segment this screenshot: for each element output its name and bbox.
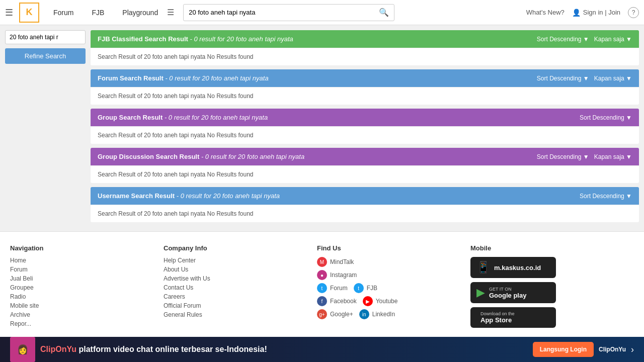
youtube-icon: ▶ [363,296,373,306]
whats-new-link[interactable]: What's New? [526,9,565,16]
footer-official-forum[interactable]: Official Forum [164,302,307,309]
refine-search-button[interactable]: Refine Search [5,48,86,64]
search-button[interactable]: 🔍 [374,8,394,17]
search-input[interactable] [184,9,374,16]
footer-nav-radio[interactable]: Radio [10,293,153,300]
group-discussion-result-controls: Sort Descending ▼ Kapan saja ▼ [537,153,632,160]
gplus-icon: g+ [317,309,327,319]
logo[interactable]: K [19,3,39,23]
footer-find-us-title: Find Us [317,244,460,252]
store-app-store[interactable]: Download on the App Store [470,307,556,328]
header: ☰ K Forum FJB Playground ☰ 🔍 What's New?… [0,0,644,25]
footer-mobile-title: Mobile [470,244,614,252]
group-result-title: Group Search Result - 0 result for 20 fo… [98,114,268,121]
fjb-result-title: FJB Classified Search Result - 0 result … [98,35,293,43]
footer-nav-archive[interactable]: Archive [10,311,153,318]
nav-menu-icon[interactable]: ☰ [167,8,174,17]
footer-company-title: Company Info [164,244,307,252]
footer-contact-us[interactable]: Contact Us [164,284,307,291]
footer-navigation: Navigation Home Forum Jual Beli Groupee … [10,244,153,332]
fjb-result-section: FJB Classified Search Result - 0 result … [91,30,639,65]
forum-result-title: Forum Search Result - 0 result for 20 fo… [98,74,269,82]
username-result-section: Username Search Result - 0 result for 20… [91,187,639,222]
social-forum-twitter[interactable]: t Forum t FJB [317,283,460,293]
footer-navigation-title: Navigation [10,244,153,252]
fjb-result-count: - 0 result for 20 foto aneh tapi nyata [190,35,293,43]
header-right: What's New? 👤 Sign in | Join ? [526,7,639,18]
sidebar: Refine Search [5,30,86,226]
username-result-controls: Sort Descending ▼ [580,193,632,200]
footer-nav-report[interactable]: Repor... [10,320,153,327]
google-play-icon: ▶ [476,286,485,299]
instagram-icon: ● [317,270,327,280]
footer-general-rules[interactable]: General Rules [164,311,307,318]
sign-in-link[interactable]: 👤 Sign in | Join [572,9,620,17]
facebook-icon: f [317,296,327,306]
social-gplus[interactable]: g+ Google+ in LinkedIn [317,309,460,319]
social-instagram[interactable]: ● Instagram [317,270,460,280]
group-discussion-result-body: Search Result of 20 foto aneh tapi nyata… [91,165,639,183]
fjb-sort-dropdown[interactable]: Sort Descending ▼ [537,36,589,43]
user-icon: 👤 [572,9,581,17]
footer-about-us[interactable]: About Us [164,266,307,273]
group-discussion-result-section: Group Discussion Search Result - 0 resul… [91,148,639,183]
footer-company: Company Info Help Center About Us Advert… [164,244,307,332]
footer: Navigation Home Forum Jual Beli Groupee … [0,231,644,337]
username-result-title: Username Search Result - 0 result for 20… [98,192,280,200]
footer-nav-home[interactable]: Home [10,257,153,264]
fjb-kapan-dropdown[interactable]: Kapan saja ▼ [594,36,632,43]
forum-result-header: Forum Search Result - 0 result for 20 fo… [91,69,639,87]
group-discussion-result-header: Group Discussion Search Result - 0 resul… [91,148,639,165]
footer-nav-jual-beli[interactable]: Jual Beli [10,275,153,282]
group-discussion-sort-dropdown[interactable]: Sort Descending ▼ [537,153,589,160]
group-discussion-result-count: - 0 result for 20 foto aneh tapi nyata [201,153,304,160]
footer-help-center[interactable]: Help Center [164,257,307,264]
footer-nav-forum[interactable]: Forum [10,266,153,273]
nav-playground[interactable]: Playground [113,0,167,25]
store-google-play[interactable]: ▶ GET IT ON Google play [470,282,556,303]
group-result-section: Group Search Result - 0 result for 20 fo… [91,109,639,144]
username-sort-dropdown[interactable]: Sort Descending ▼ [580,193,632,200]
footer-find-us: Find Us M MindTalk ● Instagram t Forum t… [317,244,460,332]
footer-mobile: Mobile 📱 m.kaskus.co.id ▶ GET IT ON Goog… [470,244,614,332]
nav-links: Forum FJB Playground [44,0,167,25]
footer-grid: Navigation Home Forum Jual Beli Groupee … [10,244,614,332]
linkedin-icon: in [359,309,369,319]
footer-advertise[interactable]: Advertise with Us [164,275,307,282]
twitter-fjb-icon: t [354,283,364,293]
search-bar: 🔍 [183,4,394,21]
username-result-body: Search Result of 20 foto aneh tapi nyata… [91,205,639,222]
forum-sort-dropdown[interactable]: Sort Descending ▼ [537,75,589,82]
hamburger-icon[interactable]: ☰ [5,7,13,18]
footer-nav-groupee[interactable]: Groupee [10,284,153,291]
group-result-count: - 0 result for 20 foto aneh tapi nyata [165,114,268,121]
fjb-result-controls: Sort Descending ▼ Kapan saja ▼ [537,36,632,43]
store-mkaskus[interactable]: 📱 m.kaskus.co.id [470,257,556,278]
forum-result-controls: Sort Descending ▼ Kapan saja ▼ [537,75,632,82]
sidebar-search-input[interactable] [5,30,86,44]
phone-icon: 📱 [476,261,490,274]
group-result-body: Search Result of 20 foto aneh tapi nyata… [91,126,639,144]
twitter-forum-icon: t [317,283,327,293]
forum-result-section: Forum Search Result - 0 result for 20 fo… [91,69,639,105]
group-result-controls: Sort Descending ▼ [580,114,632,121]
group-discussion-result-title: Group Discussion Search Result - 0 resul… [98,153,304,160]
forum-result-count: - 0 result for 20 foto aneh tapi nyata [165,74,268,82]
group-result-header: Group Search Result - 0 result for 20 fo… [91,109,639,126]
mindtalk-icon: M [317,257,327,267]
social-mindtalk[interactable]: M MindTalk [317,257,460,267]
help-icon[interactable]: ? [628,7,639,18]
forum-kapan-dropdown[interactable]: Kapan saja ▼ [594,75,632,82]
footer-nav-mobile-site[interactable]: Mobile site [10,302,153,309]
group-sort-dropdown[interactable]: Sort Descending ▼ [580,114,632,121]
group-discussion-kapan-dropdown[interactable]: Kapan saja ▼ [594,153,632,160]
footer-careers[interactable]: Careers [164,293,307,300]
social-facebook[interactable]: f Facebook ▶ Youtube [317,296,460,306]
fjb-result-body: Search Result of 20 foto aneh tapi nyata… [91,48,639,65]
nav-forum[interactable]: Forum [44,0,83,25]
username-result-count: - 0 result for 20 foto aneh tapi nyata [177,192,280,200]
nav-fjb[interactable]: FJB [83,0,113,25]
main-results: FJB Classified Search Result - 0 result … [91,30,639,226]
fjb-result-header: FJB Classified Search Result - 0 result … [91,30,639,48]
forum-result-body: Search Result of 20 foto aneh tapi nyata… [91,87,639,105]
